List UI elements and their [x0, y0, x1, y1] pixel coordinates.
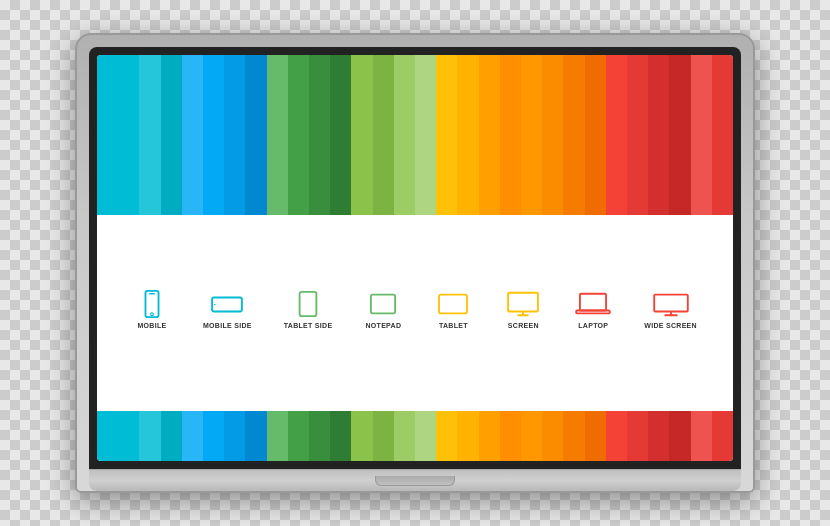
tablet-side-icon: [289, 290, 327, 318]
stripe: [479, 55, 500, 215]
stripe: [161, 411, 182, 461]
laptop-icon: [574, 290, 612, 318]
device-item-mobile-side: MOBILE SIDE: [203, 290, 252, 329]
tablet-label: TABLET: [439, 322, 468, 329]
stripe: [521, 55, 542, 215]
stripe: [436, 55, 457, 215]
stripe: [203, 411, 224, 461]
stripe: [606, 411, 627, 461]
stripe: [245, 411, 266, 461]
device-item-wide-screen: WIDE SCREEN: [644, 290, 697, 329]
stripe: [585, 55, 606, 215]
tablet-icon: [434, 290, 472, 318]
stripe: [627, 55, 648, 215]
stripe: [415, 411, 436, 461]
stripe: [118, 411, 139, 461]
stripe: [712, 411, 733, 461]
stripe: [224, 55, 245, 215]
svg-rect-12: [580, 293, 606, 310]
bottom-stripes: [97, 411, 733, 461]
top-stripes: [97, 55, 733, 215]
stripe: [288, 411, 309, 461]
svg-rect-8: [439, 294, 467, 313]
stripe: [267, 55, 288, 215]
stripe: [330, 411, 351, 461]
device-item-laptop: LAPTOP: [574, 290, 612, 329]
stripe: [309, 55, 330, 215]
screen-icon: [504, 290, 542, 318]
stripe: [182, 411, 203, 461]
stripe: [351, 55, 372, 215]
stripe: [394, 55, 415, 215]
laptop-label: LAPTOP: [578, 322, 608, 329]
wide-screen-icon: [652, 290, 690, 318]
stripe: [606, 55, 627, 215]
svg-point-2: [151, 312, 154, 315]
stripe: [373, 55, 394, 215]
svg-rect-7: [371, 294, 395, 313]
stripe: [97, 411, 118, 461]
stripe: [309, 411, 330, 461]
stripe: [669, 55, 690, 215]
stripe: [436, 411, 457, 461]
stripe: [245, 55, 266, 215]
device-item-notepad: NOTEPAD: [364, 290, 402, 329]
stripe: [563, 55, 584, 215]
stripe: [691, 55, 712, 215]
stripe: [415, 55, 436, 215]
stripe: [479, 411, 500, 461]
stripe: [457, 55, 478, 215]
stripe: [542, 411, 563, 461]
stripe: [627, 411, 648, 461]
stripe: [500, 55, 521, 215]
stripe: [373, 411, 394, 461]
mobile-label: MOBILE: [137, 322, 166, 329]
content-area: MOBILEMOBILE SIDETABLET SIDENOTEPADTABLE…: [97, 215, 733, 411]
stripe: [267, 411, 288, 461]
screen-bezel: MOBILEMOBILE SIDETABLET SIDENOTEPADTABLE…: [89, 47, 741, 469]
icons-row: MOBILEMOBILE SIDETABLET SIDENOTEPADTABLE…: [117, 290, 713, 329]
svg-rect-9: [508, 292, 538, 311]
tablet-side-label: TABLET SIDE: [284, 322, 333, 329]
stripe: [669, 411, 690, 461]
stripe: [648, 411, 669, 461]
stripe: [118, 55, 139, 215]
device-item-mobile: MOBILE: [133, 290, 171, 329]
stripe: [161, 55, 182, 215]
device-item-tablet-side: TABLET SIDE: [284, 290, 333, 329]
stripe: [500, 411, 521, 461]
stripe: [139, 411, 160, 461]
laptop-notch: [375, 476, 455, 486]
svg-rect-14: [654, 294, 688, 311]
stripe: [648, 55, 669, 215]
stripe: [182, 55, 203, 215]
stripe: [521, 411, 542, 461]
stripe: [203, 55, 224, 215]
wide-screen-label: WIDE SCREEN: [644, 322, 697, 329]
stripe: [563, 411, 584, 461]
device-item-screen: SCREEN: [504, 290, 542, 329]
device-item-tablet: TABLET: [434, 290, 472, 329]
stripe: [585, 411, 606, 461]
stripe: [457, 411, 478, 461]
stripe: [330, 55, 351, 215]
notepad-label: NOTEPAD: [365, 322, 401, 329]
screen: MOBILEMOBILE SIDETABLET SIDENOTEPADTABLE…: [97, 55, 733, 461]
stripe: [394, 411, 415, 461]
stripe: [542, 55, 563, 215]
svg-rect-5: [300, 291, 317, 315]
stripe: [224, 411, 245, 461]
stripe: [139, 55, 160, 215]
mobile-icon: [133, 290, 171, 318]
stripe: [691, 411, 712, 461]
stripe: [97, 55, 118, 215]
laptop-base: [89, 469, 741, 491]
notepad-icon: [364, 290, 402, 318]
stripe: [712, 55, 733, 215]
mobile-side-label: MOBILE SIDE: [203, 322, 252, 329]
mobile-side-icon: [208, 290, 246, 318]
laptop-container: MOBILEMOBILE SIDETABLET SIDENOTEPADTABLE…: [75, 33, 755, 493]
svg-rect-3: [212, 297, 242, 311]
stripe: [288, 55, 309, 215]
screen-label: SCREEN: [508, 322, 539, 329]
